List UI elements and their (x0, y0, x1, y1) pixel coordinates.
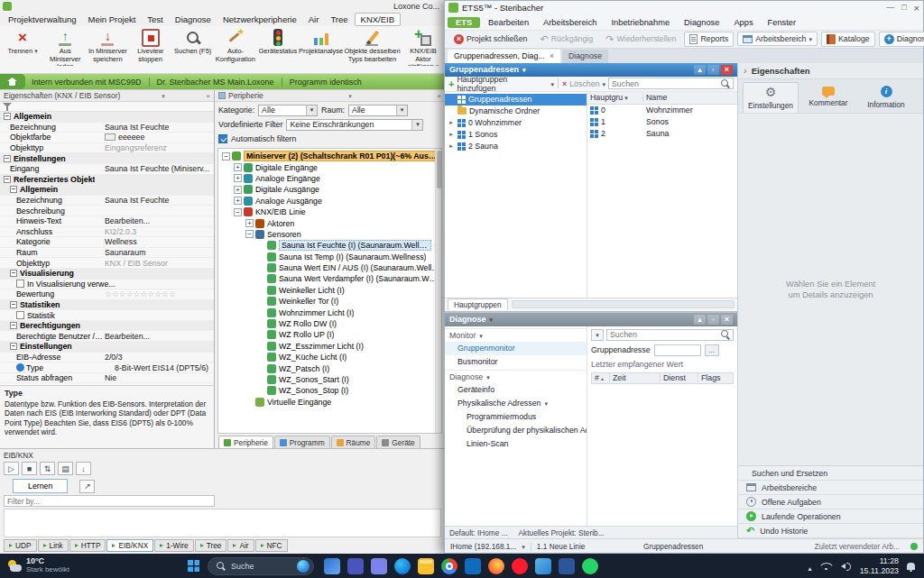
loxone-toolbar-button[interactable]: Auto-Konfiguration (215, 28, 256, 66)
ga-tree-item[interactable]: ▸ 2 Sauna (445, 141, 587, 152)
close-icon[interactable] (914, 3, 919, 14)
side-panel-section[interactable]: Arbeitsbereiche (738, 481, 923, 495)
property-row[interactable]: − Berechtigungen (0, 321, 214, 332)
Wohnzimmer[interactable]: 0 Wohnzimmer (587, 105, 737, 116)
column-header-zeit[interactable]: Zeit (610, 373, 661, 382)
volume-icon[interactable] (840, 561, 852, 571)
tree-expander-icon[interactable]: ▸ (448, 119, 455, 126)
ets-toolbar-button[interactable]: Rückgängig (535, 32, 597, 47)
property-value[interactable]: eeeeee (118, 133, 214, 142)
ets-menu-item[interactable]: ETS (448, 17, 480, 28)
kategorie-select[interactable]: Alle (258, 105, 318, 116)
panel-tab[interactable]: Geräte (376, 436, 420, 448)
loxone-toolbar-button[interactable]: In Miniserver speichern (87, 28, 128, 66)
panel-tab[interactable]: Programm (274, 436, 330, 448)
property-row[interactable]: Berechtigte Benutzer / Gru... Bearbeiten… (0, 331, 214, 342)
tree-expander-icon[interactable] (257, 320, 265, 328)
property-value[interactable]: KNX / EIB Sensor (105, 259, 214, 268)
tree-item[interactable]: WZ Rollo DW (I) (218, 318, 441, 329)
property-value[interactable]: Saunaraum (105, 248, 214, 257)
property-checkbox[interactable] (16, 280, 24, 288)
property-value[interactable]: ☆☆☆☆☆☆☆☆☆☆ (105, 289, 214, 298)
ets-toolbar-button[interactable]: Arbeitsbereich (737, 32, 818, 46)
last-workspace[interactable]: Zuletzt verwendeter Arb... (814, 542, 900, 551)
ets-menu-item[interactable]: Apps (727, 17, 759, 28)
property-row[interactable]: − Einstellungen (0, 153, 214, 164)
tree-item[interactable]: WZ_Sonos_Start (I) (218, 374, 441, 385)
tree-item[interactable]: Virtuelle Eingänge (218, 397, 441, 408)
properties-filter-row[interactable] (0, 102, 214, 112)
play-button[interactable]: ▷ (4, 462, 19, 475)
tree-item[interactable]: WZ_Küche Licht (I) (218, 352, 441, 362)
property-row[interactable]: − Referenziertes Objekt (0, 175, 214, 186)
collapse-chevron-icon[interactable] (744, 65, 747, 76)
property-value[interactable]: Bearbeiten... (105, 332, 214, 341)
side-panel-section[interactable]: Undo Historie (738, 524, 923, 538)
monitor-options-button[interactable] (591, 329, 604, 341)
eigenschaften-tab[interactable]: Einstellungen (743, 82, 799, 113)
gruppenadressen-search-input[interactable] (612, 79, 718, 88)
chrome-icon[interactable] (441, 558, 457, 574)
tree-item[interactable]: WZ_Sonos_Stop (I) (218, 385, 441, 396)
diagnose-nav-item[interactable]: Diagnose (445, 370, 587, 383)
ets-menu-item[interactable]: Arbeitsbereich (537, 17, 603, 28)
tree-expander-icon[interactable] (257, 298, 265, 306)
loxone-menu-item[interactable]: Diagnose (170, 14, 217, 25)
property-row[interactable]: Status abfragen Nie (0, 373, 214, 384)
tree-item[interactable]: Sauna Wert Verdampfer (I) (Saunaraum.Wel… (218, 273, 441, 284)
diagnose-nav-item[interactable]: Physikalische Adressen (445, 397, 587, 410)
loxone-toolbar-button[interactable]: Trennen (2, 28, 43, 66)
float-panel-icon[interactable] (707, 315, 719, 325)
external-window-icon[interactable] (79, 480, 95, 493)
tree-item[interactable]: Wohnzimmer Licht (I) (218, 307, 441, 317)
loxone-menu-item[interactable]: Test (142, 14, 168, 25)
panel-close-icon[interactable] (437, 92, 441, 100)
column-header-dienst[interactable]: Dienst (661, 373, 698, 382)
notification-bell-icon[interactable] (907, 563, 915, 570)
section-expander-icon[interactable]: − (10, 186, 17, 193)
connection-name[interactable]: IHome (192.168.1... (450, 542, 516, 551)
tree-expander-icon[interactable]: ▸ (448, 131, 455, 138)
whatsapp-icon[interactable] (582, 558, 598, 574)
teams-icon[interactable] (347, 558, 364, 574)
ets-menu-item[interactable]: Fenster (762, 17, 803, 28)
property-row[interactable]: Beschreibung (0, 206, 214, 216)
ga-tree-item[interactable]: ▸ 0 Wohnzimmer (445, 117, 587, 129)
tree-scrollbar[interactable] (435, 149, 441, 433)
connection-caret-icon[interactable] (522, 542, 525, 551)
loxone-menu-item[interactable]: Air (303, 14, 325, 25)
tree-expander-icon[interactable] (245, 398, 254, 406)
side-panel-section[interactable]: Offene Aufgaben (738, 495, 923, 509)
property-row[interactable]: − Allgemein (0, 112, 214, 123)
tree-expander-icon[interactable] (257, 308, 265, 317)
tree-item[interactable]: + Digitale Eingänge (218, 161, 441, 172)
maximize-icon[interactable] (901, 3, 906, 14)
column-header-flags[interactable]: Flags (698, 373, 733, 382)
diagnose-nav-item[interactable]: Geräteinfo (445, 383, 587, 397)
tree-item[interactable]: Sauna Wert EIN / AUS (I) (Saunaraum.Well… (218, 262, 441, 273)
property-row[interactable]: Objektfarbe eeeeee (0, 133, 214, 143)
edge-icon[interactable] (394, 558, 411, 574)
tree-expander-icon[interactable] (257, 242, 265, 250)
property-value[interactable]: 8-Bit-Wert EIS14 (DPT5/6) (115, 363, 214, 372)
vordefinierte-filter-select[interactable]: Keine Einschränkungen (286, 119, 423, 131)
property-row[interactable]: In Visualisierung verwe... (0, 280, 214, 290)
download-button[interactable]: ↓ (76, 462, 91, 475)
column-header-hauptgruppe[interactable]: Hauptgru (587, 93, 643, 102)
monitor-log-list[interactable] (4, 509, 441, 537)
loxone-toolbar-button[interactable]: Gerätestatus (257, 28, 299, 66)
property-row[interactable]: Bewertung ☆☆☆☆☆☆☆☆☆☆ (0, 289, 214, 300)
diagnose-nav-item[interactable]: Überprüfung der physikalischen Adr... (445, 424, 587, 437)
firefox-icon[interactable] (488, 558, 504, 574)
property-value[interactable]: Wellness (105, 237, 214, 246)
ets-titlebar[interactable]: ETS5™ - Steribacher (445, 1, 923, 15)
close-panel-icon[interactable]: × (721, 315, 733, 325)
tree-expander-icon[interactable]: + (234, 186, 242, 194)
ets-toolbar-button[interactable]: Kataloge (821, 32, 875, 47)
chat-icon[interactable] (371, 558, 387, 574)
tree-expander-icon[interactable]: + (234, 197, 242, 205)
tree-item[interactable]: WZ_Esszimmer Licht (I) (218, 341, 441, 352)
add-hauptgruppen-button[interactable]: Hauptgruppen hinzufügen (457, 75, 548, 93)
tree-expander-icon[interactable] (257, 364, 265, 372)
property-row[interactable]: EIB-Adresse 2/0/3 (0, 353, 214, 363)
